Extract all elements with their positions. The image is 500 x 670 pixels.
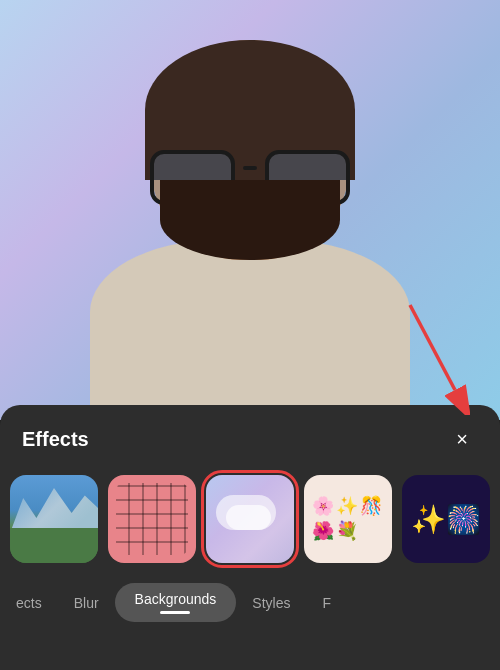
- active-tab-indicator: [160, 611, 190, 614]
- beard: [160, 180, 340, 260]
- thumbnail-fireworks[interactable]: [402, 475, 490, 563]
- tab-fun[interactable]: F: [306, 587, 347, 619]
- tab-blur[interactable]: Blur: [58, 587, 115, 619]
- tab-effects[interactable]: ects: [0, 587, 58, 619]
- tab-bar: ects Blur Backgrounds Styles F: [0, 571, 500, 628]
- person-portrait: [90, 20, 410, 420]
- thumbnail-confetti[interactable]: [304, 475, 392, 563]
- face: [150, 40, 350, 260]
- tab-backgrounds[interactable]: Backgrounds: [115, 583, 237, 622]
- glasses-bridge: [243, 166, 257, 170]
- effects-title: Effects: [22, 428, 89, 451]
- tab-styles[interactable]: Styles: [236, 587, 306, 619]
- thumbnails-container: [0, 467, 500, 571]
- effects-panel: Effects × ects Blur Backgrounds St: [0, 405, 500, 670]
- thumbnail-pink-tape[interactable]: [108, 475, 196, 563]
- red-arrow-indicator: [390, 295, 470, 415]
- thumbnail-clouds[interactable]: [206, 475, 294, 563]
- body-shirt: [90, 240, 410, 420]
- close-button[interactable]: ×: [446, 423, 478, 455]
- thumbnail-mountains[interactable]: [10, 475, 98, 563]
- svg-line-1: [410, 305, 455, 390]
